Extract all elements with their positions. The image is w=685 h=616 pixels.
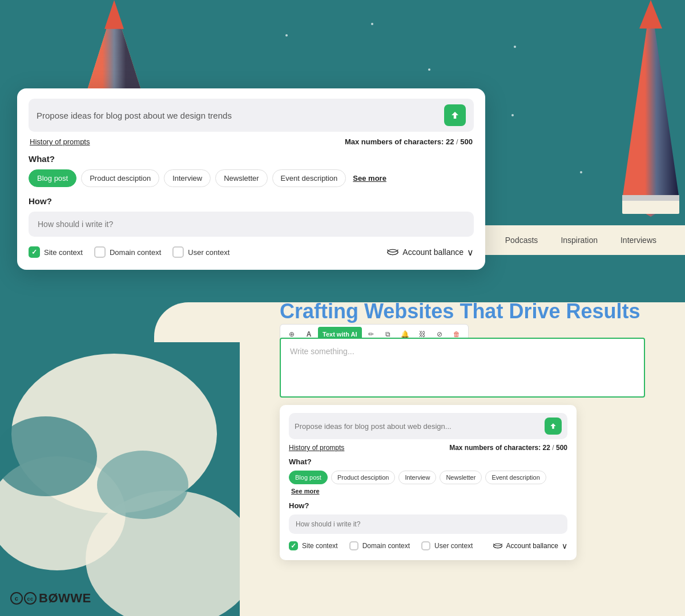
history-row: History of prompts Max numbers of charac… [30,137,473,146]
svg-marker-5 [622,0,679,217]
second-tag-product-description[interactable]: Product desciption [331,471,396,484]
second-tags-row: Blog post Product desciption Interview N… [289,471,567,495]
second-tag-newsletter[interactable]: Newsletter [440,471,482,484]
star-decoration [511,114,514,116]
domain-context-checkbox[interactable]: Domain context [94,246,161,258]
tab-interviews[interactable]: Interviews [609,232,668,248]
tag-interview[interactable]: Interview [164,169,211,187]
second-history-row: History of prompts Max numbers of charac… [289,444,567,452]
char-count: Max numbers of characters: 22 / 500 [345,137,473,146]
svg-text:c: c [15,595,19,602]
second-how-input[interactable] [289,514,567,534]
svg-rect-8 [622,195,679,201]
site-context-box [29,246,40,258]
tag-blog-post[interactable]: Blog post [29,169,76,187]
second-domain-context-label: Domain context [362,542,410,550]
blob-decoration [0,342,240,616]
second-site-context-label: Site context [302,542,338,550]
second-history-link[interactable]: History of prompts [289,444,344,452]
arrow-up-icon [450,110,460,120]
second-prompt-card: History of prompts Max numbers of charac… [280,405,577,560]
second-submit-button[interactable] [545,418,562,435]
second-domain-context-checkbox[interactable]: Domain context [349,541,410,550]
second-user-context-label: User context [434,542,473,550]
star-decoration [371,23,373,25]
second-site-context-box [289,541,298,550]
second-user-context-box [421,541,430,550]
how-input[interactable] [29,212,474,237]
editor-placeholder: Write something... [290,347,635,356]
logo-icons: c cc [10,592,37,605]
user-context-label: User context [188,248,229,257]
tag-product-description[interactable]: Product desciption [81,169,159,187]
svg-marker-6 [639,0,662,29]
second-site-context-checkbox[interactable]: Site context [289,541,338,550]
tag-newsletter[interactable]: Newsletter [215,169,267,187]
user-context-checkbox[interactable]: User context [172,246,229,258]
second-user-context-checkbox[interactable]: User context [421,541,473,550]
second-see-more-link[interactable]: See more [291,488,320,495]
star-decoration [514,46,516,48]
checkboxes-row: Site context Domain context User context… [29,246,474,258]
prompt-input-row [29,99,474,132]
second-how-label: How? [289,501,567,510]
second-account-balance-chevron: ∨ [562,541,567,550]
second-char-count: Max numbers of characters: 22 / 500 [449,444,567,452]
how-label: How? [29,196,474,206]
cc-icon: cc [24,592,37,605]
what-tags-row: Blog post Product desciption Interview N… [29,169,474,187]
second-account-balance-icon [493,541,503,551]
bowwe-logo-text: BØWWE [39,591,91,606]
account-balance-button[interactable]: Account ballance ∨ [386,246,474,258]
user-context-box [172,246,184,258]
tab-inspiration[interactable]: Inspiration [549,232,609,248]
account-balance-icon [386,246,399,258]
second-tag-event-description[interactable]: Event description [485,471,546,484]
site-context-checkbox[interactable]: Site context [29,246,83,258]
svg-point-14 [97,451,188,519]
star-decoration [428,68,430,71]
svg-text:cc: cc [27,596,33,602]
copyright-icon: c [10,592,23,605]
svg-marker-2 [104,0,124,29]
page-title: Crafting Websites That Drive Results [280,299,640,323]
second-account-balance-button[interactable]: Account ballance ∨ [493,541,567,551]
second-prompt-input-row [289,413,567,439]
history-prompts-link[interactable]: History of prompts [30,137,90,146]
what-label: What? [29,154,474,164]
second-what-label: What? [289,457,567,466]
prompt-input[interactable] [37,111,438,120]
account-balance-chevron: ∨ [467,247,474,258]
see-more-link[interactable]: See more [353,174,386,183]
domain-context-box [94,246,106,258]
second-checkboxes-row: Site context Domain context User context… [289,541,567,551]
domain-context-label: Domain context [110,248,161,257]
editor-content-area[interactable]: Write something... [280,338,645,398]
svg-rect-7 [622,200,679,214]
star-decoration [285,34,288,37]
star-decoration [580,171,582,173]
second-domain-context-box [349,541,358,550]
rocket-pencil-right [616,0,685,228]
bowwe-logo: c cc BØWWE [10,591,91,606]
second-tag-interview[interactable]: Interview [398,471,436,484]
second-account-balance-label: Account ballance [506,542,558,550]
tab-podcasts[interactable]: Podcasts [494,232,550,248]
main-prompt-card: History of prompts Max numbers of charac… [17,88,485,270]
account-balance-label: Account ballance [402,248,464,257]
tag-event-description[interactable]: Event description [272,169,346,187]
second-tag-blog-post[interactable]: Blog post [289,471,328,484]
tabs-row: Podcasts Inspiration Interviews [477,225,685,255]
second-arrow-up-icon [549,422,557,430]
second-prompt-input[interactable] [295,422,539,431]
site-context-label: Site context [44,248,83,257]
submit-button[interactable] [444,104,466,126]
